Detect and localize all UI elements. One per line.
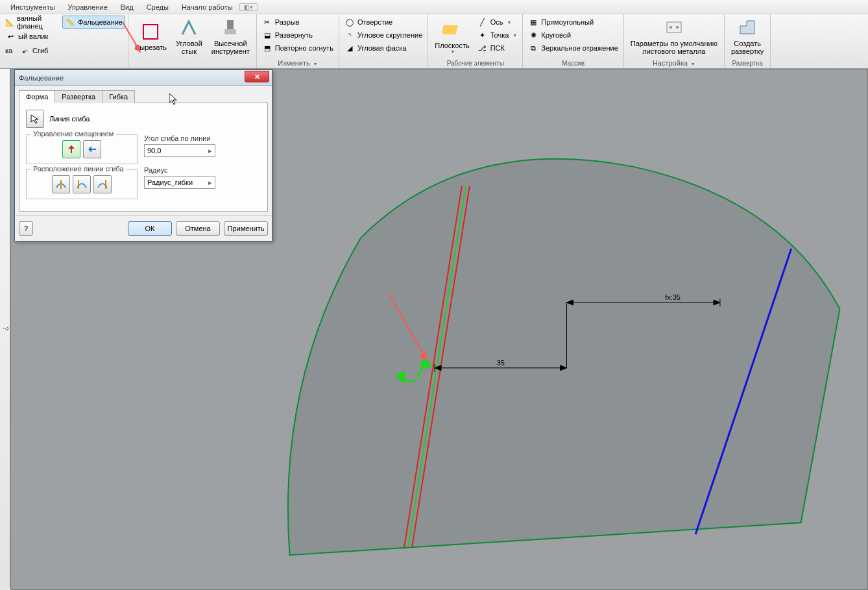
hole-button[interactable]: ◯Отверстие [342, 16, 425, 29]
fold-dialog: Фальцевание ✕ Форма Развертка Гибка Лини… [14, 69, 272, 241]
contour-flange-button[interactable]: 📐ванный фланец [3, 16, 61, 29]
corner-round-button[interactable]: ◝Угловое скругление [342, 29, 425, 42]
menu-tools[interactable]: Инструменты [4, 2, 62, 12]
menu-env[interactable]: Среды [140, 2, 175, 12]
bend-line-select-button[interactable] [26, 110, 44, 128]
dialog-title-text: Фальцевание [19, 74, 64, 82]
work-features-group-title: Рабочие элементы [431, 59, 520, 68]
svg-rect-2 [224, 29, 236, 34]
close-icon[interactable]: ✕ [245, 71, 269, 82]
svg-rect-1 [227, 20, 234, 29]
rip-button[interactable]: ✂Разрыв [259, 16, 336, 29]
bend-pos-end-button[interactable] [93, 175, 112, 193]
bend-line-label: Линия сгиба [49, 115, 90, 123]
apply-button[interactable]: Применить [224, 221, 268, 236]
svg-rect-4 [667, 22, 681, 32]
radius-input[interactable]: Радиус_гибки▸ [144, 176, 215, 189]
hem-button[interactable]: ↩ый валик [3, 30, 51, 43]
ok-button[interactable]: ОК [128, 221, 172, 236]
modify-group-title: Изменить ▼ [259, 58, 336, 68]
cut-button[interactable]: Вырезать [131, 16, 171, 57]
bend-pos-centerline-button[interactable] [52, 175, 70, 193]
flip-side-button[interactable] [62, 140, 80, 158]
svg-rect-0 [143, 25, 158, 39]
dimension-1: 35 [497, 359, 505, 367]
tab-bend[interactable]: Гибка [102, 90, 135, 103]
point-button[interactable]: ✦Точка▼ [475, 29, 520, 42]
fold-button[interactable]: 📏Фальцевание [62, 16, 125, 29]
angle-label: Угол сгиба по линии [144, 134, 215, 142]
menu-hidden-icon[interactable]: ◧▾ [239, 3, 258, 11]
tab-shape[interactable]: Форма [19, 90, 55, 103]
cancel-button[interactable]: Отмена [176, 221, 220, 236]
offset-control-group: Управление смещением [26, 134, 138, 164]
bend-button[interactable]: ⬐Сгиб [17, 44, 51, 57]
bend-pos-start-button[interactable] [73, 175, 91, 193]
flip-direction-button[interactable] [83, 140, 101, 158]
corner-seam-button[interactable]: Угловой стык [172, 16, 206, 57]
radius-label: Радиус [144, 166, 215, 174]
help-button[interactable]: ? [19, 221, 33, 236]
bend-line-position-group: Расположение линии сгиба [26, 169, 138, 199]
rectangular-pattern-button[interactable]: ▦Прямоугольный [525, 16, 621, 29]
menu-getstarted[interactable]: Начало работы [175, 2, 239, 12]
menu-bar: Инструменты Управление Вид Среды Начало … [0, 0, 868, 14]
unfold-button[interactable]: ⬓Развернуть [259, 29, 336, 42]
menu-view[interactable]: Вид [114, 2, 140, 12]
angle-input[interactable]: 90,0▸ [144, 144, 215, 157]
pattern-group-title: Массив [525, 59, 621, 68]
create-flat-pattern-button[interactable]: Создать развертку [727, 16, 767, 57]
flat-group-title: Развертка [727, 59, 767, 68]
svg-point-5 [669, 26, 672, 29]
dimension-2: fx:35 [665, 293, 681, 301]
setup-group-title: Настройка ▼ [627, 58, 721, 68]
plane-button[interactable]: Плоскость▼ [431, 16, 473, 57]
menu-manage[interactable]: Управление [62, 2, 114, 12]
refold-button[interactable]: ⬒Повторно согнуть [259, 42, 336, 55]
axis-button[interactable]: ╱Ось▼ [475, 16, 520, 29]
circular-pattern-button[interactable]: ✺Круговой [525, 29, 621, 42]
ribbon: 📐ванный фланец 📏Фальцевание ↩ый валик ка… [0, 14, 868, 69]
tab-flat[interactable]: Развертка [54, 90, 102, 103]
ucs-button[interactable]: ⎇ПСК [475, 42, 520, 55]
sheet-metal-defaults-button[interactable]: Параметры по умолчанию листового металла [627, 16, 721, 57]
svg-point-6 [676, 26, 679, 29]
dialog-titlebar[interactable]: Фальцевание ✕ [15, 70, 272, 86]
svg-rect-3 [442, 25, 458, 34]
corner-chamfer-button[interactable]: ◢Угловая фаска [342, 42, 425, 55]
help-sidebar-tab[interactable]: ? [0, 69, 10, 588]
punch-tool-button[interactable]: Высечной инструмент [208, 16, 254, 57]
face-button[interactable]: ка [3, 44, 16, 57]
mirror-button[interactable]: ⧉Зеркальное отражение [525, 42, 621, 55]
